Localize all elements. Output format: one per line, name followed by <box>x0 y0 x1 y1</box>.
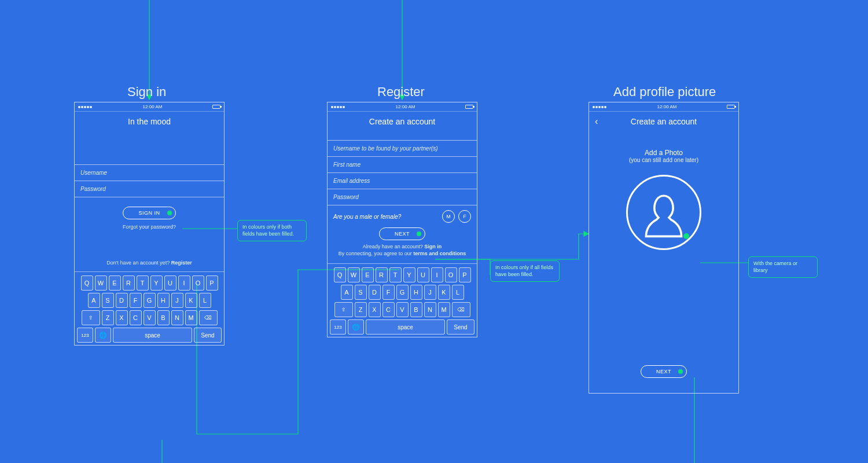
key-t[interactable]: T <box>137 275 149 291</box>
key-k[interactable]: K <box>438 285 450 300</box>
signal-dots-icon <box>78 104 93 109</box>
username-input[interactable]: Username <box>75 165 224 181</box>
key-globe-icon[interactable]: 🌐 <box>95 328 111 343</box>
header-spacer <box>75 131 224 165</box>
key-a[interactable]: A <box>341 285 353 300</box>
key-f[interactable]: F <box>130 293 142 308</box>
key-i[interactable]: I <box>178 275 190 291</box>
key-r[interactable]: R <box>123 275 135 291</box>
key-l[interactable]: L <box>199 293 211 308</box>
key-i[interactable]: I <box>431 267 443 282</box>
key-y[interactable]: Y <box>150 275 163 291</box>
status-time: 12:00 AM <box>657 104 677 109</box>
key-e[interactable]: E <box>362 267 374 282</box>
key-m[interactable]: M <box>438 302 450 317</box>
key-d[interactable]: D <box>116 293 128 308</box>
key-space[interactable]: space <box>366 319 445 335</box>
key-s[interactable]: S <box>355 285 367 300</box>
key-q[interactable]: Q <box>334 267 346 282</box>
terms-link[interactable]: terms and conditions <box>413 251 466 256</box>
key-b[interactable]: B <box>410 302 422 317</box>
key-r[interactable]: R <box>376 267 388 282</box>
key-globe-icon[interactable]: 🌐 <box>348 319 364 335</box>
key-e[interactable]: E <box>109 275 121 291</box>
gender-male-button[interactable]: M <box>442 210 455 223</box>
key-backspace[interactable]: ⌫ <box>452 302 470 317</box>
signin-link[interactable]: Sign in <box>424 244 442 249</box>
reg-username-input[interactable]: Username to be found by your partner(s) <box>328 141 477 157</box>
signin-button-label: SIGN IN <box>138 210 160 216</box>
key-g[interactable]: G <box>144 293 156 308</box>
password-input[interactable]: Password <box>75 181 224 197</box>
key-h[interactable]: H <box>157 293 170 308</box>
key-p[interactable]: P <box>459 267 471 282</box>
status-bar: 12:00 AM <box>589 102 738 112</box>
key-space[interactable]: space <box>113 328 192 343</box>
key-p[interactable]: P <box>206 275 218 291</box>
reg-password-input[interactable]: Password <box>328 189 477 205</box>
key-z[interactable]: Z <box>355 302 367 317</box>
key-c[interactable]: C <box>382 302 395 317</box>
key-g[interactable]: G <box>396 285 409 300</box>
key-123[interactable]: 123 <box>77 328 93 343</box>
gender-question: Are you a male or female? <box>333 214 439 220</box>
key-x[interactable]: X <box>369 302 381 317</box>
key-j[interactable]: J <box>424 285 436 300</box>
key-send[interactable]: Send <box>447 319 475 335</box>
next-button[interactable]: NEXT <box>641 365 687 378</box>
forgot-password-link[interactable]: Forgot your password? <box>123 224 176 230</box>
key-q[interactable]: Q <box>81 275 93 291</box>
annotation-signin-colour: In colours only if both fields have been… <box>237 220 307 241</box>
key-v[interactable]: V <box>396 302 409 317</box>
key-shift[interactable]: ⇧ <box>82 310 100 325</box>
register-link[interactable]: Register <box>171 260 192 266</box>
navbar: In the mood <box>75 112 224 131</box>
key-o[interactable]: O <box>192 275 204 291</box>
app-title: In the mood <box>128 117 171 126</box>
navbar: Create an account <box>328 112 477 131</box>
key-b[interactable]: B <box>157 310 170 325</box>
key-123[interactable]: 123 <box>330 319 346 335</box>
next-button[interactable]: NEXT <box>379 227 425 240</box>
key-v[interactable]: V <box>144 310 156 325</box>
reg-firstname-input[interactable]: First name <box>328 157 477 173</box>
status-dot-icon <box>678 369 683 374</box>
terms-text: By connecting, you agree to our terms an… <box>333 251 472 261</box>
key-w[interactable]: W <box>348 267 360 282</box>
key-o[interactable]: O <box>445 267 457 282</box>
key-w[interactable]: W <box>95 275 107 291</box>
key-l[interactable]: L <box>452 285 464 300</box>
gender-row: Are you a male or female? M F <box>328 205 477 225</box>
key-z[interactable]: Z <box>102 310 114 325</box>
key-u[interactable]: U <box>164 275 176 291</box>
key-send[interactable]: Send <box>194 328 222 343</box>
status-dot-icon <box>167 211 172 215</box>
key-j[interactable]: J <box>171 293 183 308</box>
avatar-placeholder[interactable] <box>626 175 701 250</box>
add-photo-subtitle: (you can still add one later) <box>629 157 698 163</box>
key-y[interactable]: Y <box>403 267 415 282</box>
key-shift[interactable]: ⇧ <box>334 302 353 317</box>
key-c[interactable]: C <box>130 310 142 325</box>
status-dot-icon <box>683 233 689 239</box>
key-n[interactable]: N <box>171 310 183 325</box>
key-t[interactable]: T <box>389 267 402 282</box>
key-f[interactable]: F <box>382 285 395 300</box>
key-a[interactable]: A <box>88 293 100 308</box>
key-k[interactable]: K <box>185 293 197 308</box>
back-button-icon[interactable]: ‹ <box>595 116 598 127</box>
gender-female-button[interactable]: F <box>458 210 471 223</box>
key-s[interactable]: S <box>102 293 114 308</box>
key-u[interactable]: U <box>417 267 429 282</box>
key-n[interactable]: N <box>424 302 436 317</box>
reg-email-input[interactable]: Email address <box>328 173 477 189</box>
key-h[interactable]: H <box>410 285 422 300</box>
key-m[interactable]: M <box>185 310 197 325</box>
annotation-photo-source: With the camera or library <box>748 256 818 278</box>
battery-icon <box>212 105 220 109</box>
key-x[interactable]: X <box>116 310 128 325</box>
key-backspace[interactable]: ⌫ <box>199 310 218 325</box>
key-d[interactable]: D <box>369 285 381 300</box>
status-bar: 12:00 AM <box>75 102 224 112</box>
signin-button[interactable]: SIGN IN <box>123 207 175 219</box>
